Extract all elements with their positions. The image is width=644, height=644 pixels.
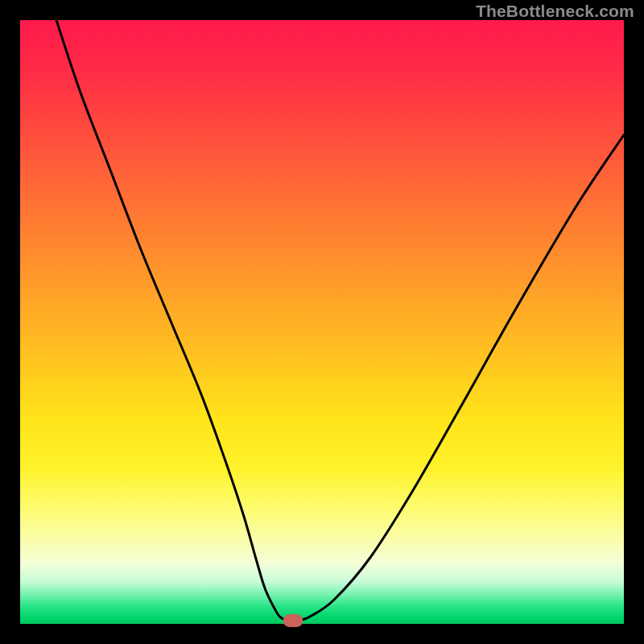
curve-layer (20, 20, 624, 624)
highlight-marker (283, 614, 303, 627)
watermark-text: TheBottleneck.com (476, 2, 634, 21)
bottleneck-curve (56, 20, 624, 621)
chart-frame: TheBottleneck.com (0, 0, 644, 644)
